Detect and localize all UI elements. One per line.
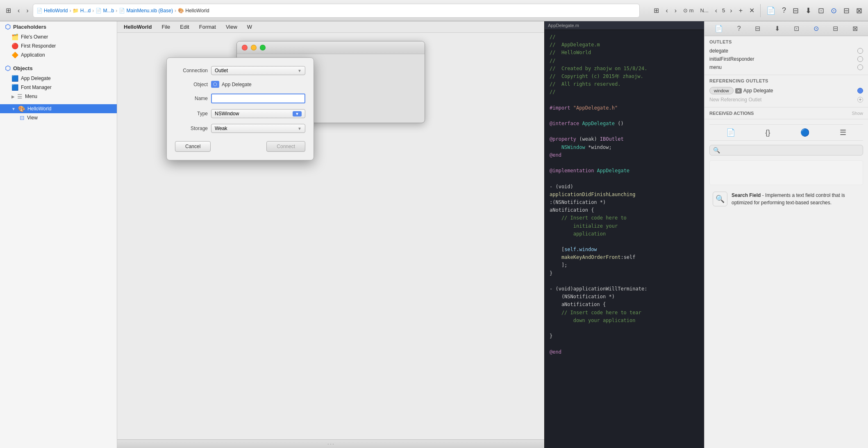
menubar-appname[interactable]: HelloWorld	[124, 24, 152, 30]
connection-label: Connection	[175, 68, 208, 73]
type-dropdown[interactable]: NSWindow ▼	[211, 109, 305, 118]
app-delegate-icon: 🟦	[11, 75, 18, 82]
nav-prev-btn[interactable]: ‹	[713, 5, 720, 16]
code-line: @implementation AppDelegate	[550, 167, 699, 175]
inspector-effects-icon-btn[interactable]: ⊠	[849, 23, 861, 34]
menubar-file[interactable]: File	[161, 24, 170, 30]
nav-forward-btn[interactable]: ›	[672, 5, 679, 16]
inspector-split-btn[interactable]: ⊠	[854, 5, 865, 17]
breadcrumb-item-mainmenu[interactable]: 📄 MainMenu.xib (Base)	[119, 8, 173, 14]
code-line: //	[550, 33, 699, 41]
helloworld-label: HelloWorld	[27, 106, 51, 112]
grid-btn-2[interactable]: ⊞	[651, 5, 661, 16]
nav-count: 5	[721, 7, 726, 14]
nav-close-btn[interactable]: ✕	[747, 5, 757, 16]
code-line: @end	[550, 151, 699, 159]
code-line: @property (weak) IBOutlet	[550, 135, 699, 143]
inspector-connections-icon-btn[interactable]: ⊙	[810, 23, 822, 34]
breadcrumb-item-helloworld[interactable]: 📄 HelloWorld	[36, 8, 68, 14]
menubar-view[interactable]: View	[226, 24, 237, 30]
traffic-light-yellow[interactable]	[251, 45, 257, 50]
library-widget-icon[interactable]: 🔵	[797, 126, 813, 139]
library-item-blurred	[709, 160, 863, 185]
inspector-active-btn[interactable]: ⊙	[828, 5, 839, 17]
code-line: // Insert code here to tear	[550, 309, 699, 317]
outlet-row-delegate: delegate	[709, 47, 863, 55]
outlet-row-menu: menu	[709, 63, 863, 71]
name-input[interactable]	[211, 94, 305, 103]
nav-browse-btn[interactable]: ⊙ m	[681, 6, 696, 15]
inspector-help-icon-btn[interactable]: ?	[734, 23, 744, 34]
ref-outlet-circle[interactable]	[857, 88, 863, 94]
sidebar-item-view[interactable]: ⊟ View	[0, 113, 117, 122]
inspector-bindings-icon-btn[interactable]: ⊟	[829, 23, 841, 34]
inspector-attr-icon-btn[interactable]: ⬇	[771, 23, 783, 34]
menubar-edit[interactable]: Edit	[180, 24, 189, 30]
library-toolbar: 📄 {} 🔵 ☰	[709, 124, 863, 141]
ref-outlet-source[interactable]: window	[709, 87, 734, 94]
code-line	[550, 175, 699, 183]
grid-toggle-btn[interactable]: ⊞	[3, 5, 14, 16]
view-icon: ⊟	[20, 114, 25, 121]
code-panel: AppDelegate.m // // AppDelegate.m // Hel…	[544, 21, 704, 448]
canvas-menubar: HelloWorld File Edit Format View W	[117, 21, 544, 33]
object-value: App Delegate	[222, 82, 305, 87]
sidebar-item-app-delegate[interactable]: 🟦 App Delegate	[0, 74, 117, 83]
inspector-library-btn[interactable]: ⊟	[790, 5, 801, 17]
object-icon: ⬡	[211, 81, 219, 88]
menubar-w[interactable]: W	[247, 24, 252, 30]
files-owner-icon: 🗂️	[11, 34, 18, 40]
outlet-delegate-circle[interactable]	[857, 48, 863, 54]
font-manager-icon: 🟦	[11, 84, 18, 91]
library-list-icon[interactable]: ☰	[836, 126, 850, 139]
code-line: (NSNotification *)	[550, 293, 699, 301]
breadcrumb-item-mb[interactable]: 📄 M...b	[95, 8, 114, 14]
inspector-nav-btn[interactable]: ⬇	[803, 5, 814, 17]
back-btn[interactable]: ‹	[15, 5, 22, 16]
library-code-icon[interactable]: {}	[762, 127, 774, 139]
cancel-button[interactable]: Cancel	[175, 141, 211, 152]
menubar-format[interactable]: Format	[199, 24, 216, 30]
connect-button[interactable]: Connect	[266, 141, 305, 152]
inspector-file-btn[interactable]: 📄	[764, 5, 778, 17]
app-delegate-label: App Delegate	[21, 75, 51, 81]
inspector-edit-btn[interactable]: ⊡	[816, 5, 827, 17]
breadcrumb-item-folder[interactable]: 📁 H...d	[73, 8, 91, 14]
traffic-light-red[interactable]	[242, 45, 248, 50]
code-line: // Copyright (c) 2015年 zhaojw.	[550, 73, 699, 80]
nav-plus-btn[interactable]: +	[736, 5, 745, 16]
library-search-input[interactable]	[723, 147, 859, 153]
storage-dropdown[interactable]: Weak ▼	[211, 124, 305, 133]
inspector-object-icon-btn[interactable]: ⊟	[752, 23, 763, 34]
sidebar-item-application[interactable]: 🔶 Application	[0, 50, 117, 59]
code-line: makeKeyAndOrderFront:self	[550, 254, 699, 261]
forward-btn[interactable]: ›	[24, 5, 31, 16]
library-search-input-container: 🔍	[709, 145, 863, 155]
sidebar-item-menu[interactable]: ▶ ☰ Menu	[0, 92, 117, 101]
add-ref-outlet-btn[interactable]: +	[857, 97, 863, 103]
connection-row: Connection Outlet ▼	[175, 66, 305, 75]
sidebar-item-files-owner[interactable]: 🗂️ File's Owner	[0, 32, 117, 41]
helloworld-arrow-icon: ▼	[11, 107, 16, 111]
inspector-file-icon-btn[interactable]: 📄	[711, 23, 726, 34]
library-file-icon[interactable]: 📄	[723, 126, 738, 139]
ref-outlet-x-icon[interactable]: ✕	[735, 88, 742, 94]
outlet-ifr-circle[interactable]	[857, 56, 863, 62]
connection-dropdown[interactable]: Outlet ▼	[211, 66, 305, 75]
sidebar-item-helloworld[interactable]: ▼ 🎨 HelloWorld	[0, 104, 117, 113]
traffic-light-green[interactable]	[260, 45, 266, 50]
right-panel-library: 📄 {} 🔵 ☰ 🔍 🔍 Search Field	[704, 119, 868, 448]
object-label: Object	[175, 82, 208, 87]
outlet-menu-name: menu	[709, 64, 854, 70]
nav-label-btn[interactable]: N...	[698, 6, 711, 15]
inspector-layout-btn[interactable]: ⊟	[841, 5, 852, 17]
sidebar-item-first-responder[interactable]: 🔴 First Responder	[0, 41, 117, 50]
outlet-menu-circle[interactable]	[857, 64, 863, 70]
nav-back-btn[interactable]: ‹	[663, 5, 670, 16]
inspector-help-btn[interactable]: ?	[779, 5, 788, 16]
inspector-size-icon-btn[interactable]: ⊡	[791, 23, 802, 34]
sidebar-item-font-manager[interactable]: 🟦 Font Manager	[0, 83, 117, 92]
code-filename: AppDelegate.m	[548, 23, 579, 28]
show-actions-link[interactable]: Show	[852, 111, 863, 116]
nav-next-btn[interactable]: ›	[727, 5, 734, 16]
